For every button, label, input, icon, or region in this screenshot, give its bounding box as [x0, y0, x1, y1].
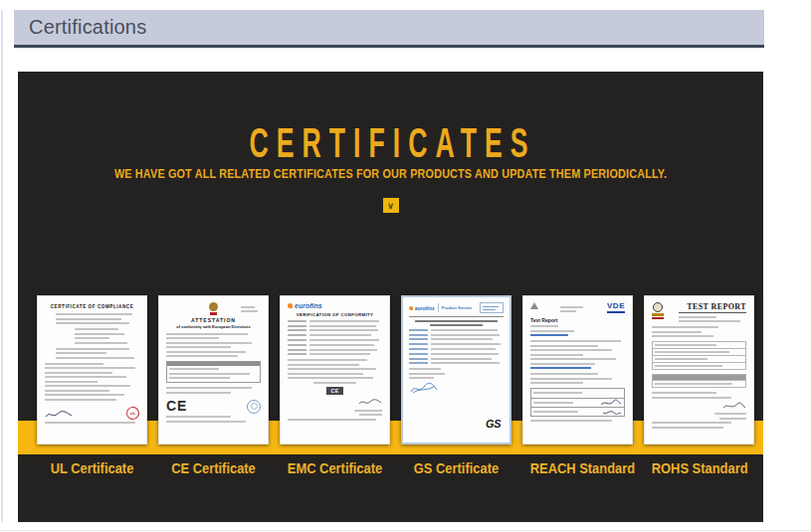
seal-gold-bar-icon [652, 313, 664, 316]
stamp-signature-icon [409, 382, 439, 395]
signature-icon [602, 408, 622, 417]
eurofins-logo: eurofins [288, 302, 382, 309]
ce-mark-box: CE [326, 387, 343, 395]
page-left-border [1, 10, 3, 522]
eurofins-swirl-icon [409, 306, 413, 310]
signature-icon [358, 398, 382, 407]
header-meta-lines [679, 316, 746, 323]
title-underline [679, 312, 746, 313]
chevron-down-icon: ∨ [387, 201, 394, 211]
caption-emc: EMC Certificate [288, 459, 382, 476]
doc-address-lines [530, 325, 576, 332]
certificate-thumbnail-gs[interactable]: eurofins Product Service GS [401, 295, 511, 444]
doc-heading-lines [409, 320, 504, 327]
certificates-banner-panel: CERTIFICATES WE HAVE GOT ALL RELATED CER… [18, 72, 763, 522]
emblem-ribbon-icon [210, 312, 217, 315]
doc-subtitle-ce: of conformity with European Directives [166, 324, 261, 329]
doc-footer-lines [166, 416, 261, 423]
ul-seal-icon: UL [125, 405, 140, 420]
doc-title-emc: VERIFICATION OF CONFORMITY [288, 312, 382, 317]
doc-signature-block [652, 402, 746, 420]
banner-subtitle: WE HAVE GOT ALL RELATED CERTIFICATES FOR… [55, 167, 725, 181]
doc-field-lines [166, 333, 261, 358]
doc-field-lines [56, 313, 137, 324]
signature-icon [45, 410, 73, 420]
divider [438, 303, 439, 312]
doc-title-rohs: TEST REPORT [679, 302, 746, 311]
ce-mark: CE [166, 398, 187, 414]
header-text-lines [560, 303, 586, 312]
vde-logo: VDE [607, 302, 625, 310]
doc-signature-row: UL [45, 407, 139, 420]
doc-header: eurofins Product Service [409, 302, 504, 313]
doc-paragraph-lines [288, 359, 382, 379]
caption-gs: GS Certificate [409, 459, 504, 476]
doc-header: VDE [530, 302, 625, 313]
seal-red-band-icon [652, 317, 664, 320]
doc-footer-lines [652, 422, 746, 429]
doc-issuer-lines [409, 368, 449, 379]
doc-signature-block [288, 398, 382, 416]
banner-title: CERTIFICATES [159, 118, 621, 167]
doc-table [166, 361, 261, 383]
doc-paragraph-lines [45, 363, 139, 401]
header-rule [409, 316, 504, 317]
signature-icon [722, 402, 746, 411]
round-seal-icon [653, 302, 663, 312]
scroll-down-button[interactable]: ∨ [383, 198, 399, 213]
doc-ref-lines [241, 303, 261, 312]
certificate-number-box [480, 302, 504, 313]
doc-footer-line [45, 422, 139, 424]
doc-title-reach: Test Report [530, 317, 625, 323]
page-bottom-border [0, 530, 811, 531]
certificate-thumbnail-ce[interactable]: ATTESTATION of conformity with European … [158, 295, 269, 444]
doc-table-2 [652, 374, 746, 388]
section-header-bar: Certifications [14, 10, 764, 48]
table-header-row [167, 362, 260, 366]
doc-paragraph-lines [652, 392, 746, 399]
product-service-label: Product Service [442, 305, 472, 310]
lab-triangle-icon [530, 302, 538, 309]
certificate-gallery: CERTIFICATE OF COMPLIANCE UL ATTESTATION… [37, 295, 754, 444]
certificate-captions: UL Certificate CE Certificate EMC Certif… [37, 459, 754, 476]
doc-field-lines [56, 348, 137, 359]
doc-title-ce: ATTESTATION [166, 317, 261, 323]
eurofins-swirl-icon [288, 303, 293, 308]
doc-footer-line [288, 419, 382, 421]
doc-header: TEST REPORT [652, 302, 746, 322]
doc-bottom-row: CE [166, 398, 261, 414]
doc-table-1 [652, 341, 746, 370]
caption-ce: CE Certificate [166, 459, 261, 476]
lab-seal [652, 302, 664, 319]
certificate-thumbnail-rohs[interactable]: TEST REPORT [644, 295, 754, 444]
vde-logo-underline [607, 311, 625, 313]
doc-paragraph-lines [530, 373, 625, 384]
gs-mark: GS [486, 418, 501, 430]
table-rows [169, 368, 258, 379]
page-title: Certifications [29, 16, 146, 39]
eurofins-logo: eurofins [409, 305, 435, 311]
doc-footer-line [530, 420, 625, 422]
doc-center-line [306, 382, 363, 384]
doc-field-lines [652, 326, 725, 337]
certificate-thumbnail-ul[interactable]: CERTIFICATE OF COMPLIANCE UL [37, 295, 147, 444]
doc-table [530, 388, 625, 417]
certificate-thumbnail-emc[interactable]: eurofins VERIFICATION OF CONFORMITY CE [280, 295, 390, 444]
round-stamp-icon [247, 400, 261, 414]
caption-reach: REACH Standard [530, 459, 625, 476]
doc-paragraph-lines [166, 387, 261, 394]
doc-paragraph-lines [530, 340, 625, 365]
notified-body-emblem-icon [209, 302, 218, 311]
doc-address-lines [75, 328, 129, 344]
doc-field-rows [288, 320, 382, 356]
caption-ul: UL Certificate [45, 459, 139, 476]
certificate-thumbnail-reach[interactable]: VDE Test Report [522, 295, 633, 444]
caption-rohs: ROHS Standard [652, 459, 746, 476]
doc-field-rows [409, 329, 504, 365]
doc-title-ul: CERTIFICATE OF COMPLIANCE [45, 304, 139, 309]
